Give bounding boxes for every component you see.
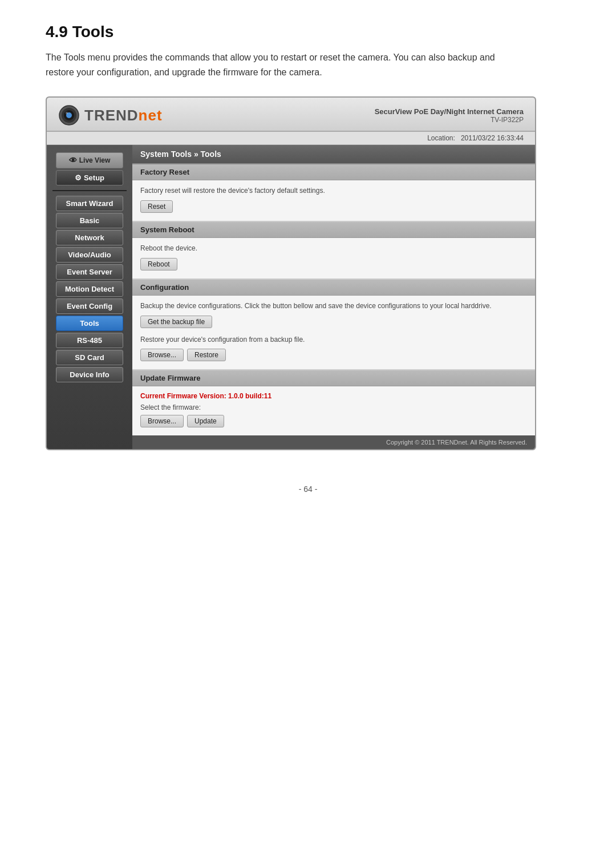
copyright-text: Copyright © 2011 TRENDnet. All Rights Re… (386, 439, 527, 446)
page-footer: - 64 - (46, 484, 570, 494)
sidebar-item-video-audio[interactable]: Video/Audio (56, 247, 123, 263)
factory-reset-body: Factory reset will restore the device's … (132, 180, 535, 221)
browse-firmware-button[interactable]: Browse... (140, 415, 184, 427)
sidebar-setup-button[interactable]: ⚙ Setup (56, 170, 123, 185)
backup-desc: Backup the device configurations. Click … (140, 301, 527, 311)
intro-paragraph: The Tools menu provides the commands tha… (46, 50, 513, 79)
camera-ui-frame: TRENDnet SecurView PoE Day/Night Interne… (46, 96, 536, 450)
sidebar-divider (52, 190, 127, 191)
trendnet-logo-icon (58, 104, 80, 126)
breadcrumb-header: System Tools » Tools (132, 145, 535, 164)
location-bar: Location: 2011/03/22 16:33:44 (47, 132, 535, 145)
main-content: System Tools » Tools Factory Reset Facto… (132, 145, 535, 449)
model-number: TV-IP322P (375, 116, 524, 124)
sidebar-item-network[interactable]: Network (56, 230, 123, 245)
setup-label: Setup (84, 173, 104, 182)
get-backup-file-button[interactable]: Get the backup file (140, 316, 212, 328)
restore-desc: Restore your device's configuration from… (140, 335, 527, 345)
sidebar-live-view-button[interactable]: 👁 Live View (56, 152, 123, 168)
firmware-version: Current Firmware Version: 1.0.0 build:11 (140, 392, 527, 400)
configuration-section: Configuration Backup the device configur… (132, 280, 535, 371)
update-firmware-body: Current Firmware Version: 1.0.0 build:11… (132, 386, 535, 435)
logo-text: TRENDnet (84, 107, 163, 124)
camera-header: TRENDnet SecurView PoE Day/Night Interne… (47, 98, 535, 132)
factory-reset-title: Factory Reset (132, 164, 535, 180)
product-name: SecurView PoE Day/Night Internet Camera (375, 107, 524, 116)
update-button-row: Browse... Update (140, 415, 527, 427)
reboot-button[interactable]: Reboot (140, 258, 177, 270)
update-firmware-title: Update Firmware (132, 370, 535, 386)
sidebar-item-smart-wizard[interactable]: Smart Wizard (56, 196, 123, 211)
live-view-label: Live View (79, 156, 110, 164)
browse-restore-button[interactable]: Browse... (140, 349, 184, 361)
eye-icon: 👁 (69, 156, 77, 165)
sidebar-item-device-info[interactable]: Device Info (56, 367, 123, 382)
firmware-select-label: Select the firmware: (140, 403, 527, 411)
reset-button[interactable]: Reset (140, 200, 173, 213)
sidebar-item-tools[interactable]: Tools (56, 316, 123, 331)
sidebar-item-event-server[interactable]: Event Server (56, 264, 123, 280)
sidebar-item-event-config[interactable]: Event Config (56, 298, 123, 314)
restore-button[interactable]: Restore (187, 349, 226, 361)
system-reboot-title: System Reboot (132, 222, 535, 238)
page-number: - 64 - (299, 484, 318, 494)
page-title: 4.9 Tools (46, 23, 570, 41)
factory-reset-section: Factory Reset Factory reset will restore… (132, 164, 535, 222)
svg-point-4 (66, 112, 68, 114)
sidebar-item-sd-card[interactable]: SD Card (56, 350, 123, 365)
camera-body: 👁 Live View ⚙ Setup Smart Wizard Basic N… (47, 145, 535, 449)
sidebar: 👁 Live View ⚙ Setup Smart Wizard Basic N… (47, 145, 132, 449)
gear-icon: ⚙ (75, 173, 82, 182)
sidebar-item-basic[interactable]: Basic (56, 213, 123, 228)
configuration-title: Configuration (132, 280, 535, 296)
update-firmware-section: Update Firmware Current Firmware Version… (132, 370, 535, 435)
sidebar-item-motion-detect[interactable]: Motion Detect (56, 281, 123, 297)
breadcrumb: System Tools » Tools (140, 150, 221, 159)
system-reboot-section: System Reboot Reboot the device. Reboot (132, 222, 535, 280)
location-label: Location: (427, 134, 455, 142)
update-button[interactable]: Update (187, 415, 224, 427)
logo: TRENDnet (58, 104, 163, 126)
product-info: SecurView PoE Day/Night Internet Camera … (375, 107, 524, 124)
factory-reset-desc: Factory reset will restore the device's … (140, 186, 527, 196)
camera-footer: Copyright © 2011 TRENDnet. All Rights Re… (132, 435, 535, 449)
restore-button-row: Browse... Restore (140, 349, 527, 361)
reboot-desc: Reboot the device. (140, 244, 527, 253)
sidebar-item-rs485[interactable]: RS-485 (56, 333, 123, 348)
configuration-body: Backup the device configurations. Click … (132, 296, 535, 370)
location-value: 2011/03/22 16:33:44 (461, 134, 524, 142)
system-reboot-body: Reboot the device. Reboot (132, 238, 535, 278)
